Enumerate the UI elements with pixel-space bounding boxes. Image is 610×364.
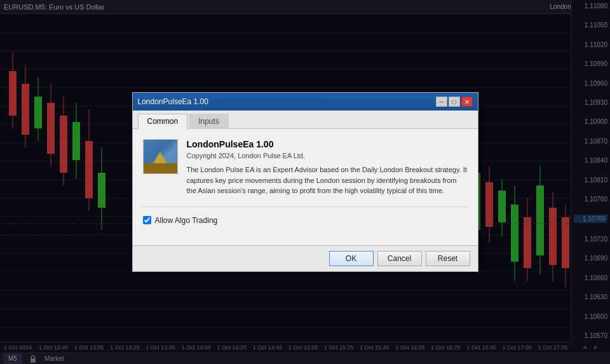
dialog-divider	[143, 206, 468, 207]
dialog-footer: OK Cancel Reset	[133, 245, 478, 271]
close-button[interactable]: ✕	[461, 97, 473, 107]
ea-thumbnail-image	[144, 140, 177, 173]
cancel-button[interactable]: Cancel	[377, 251, 422, 266]
allow-algo-trading-checkbox[interactable]	[143, 216, 151, 224]
dialog-controls: ─ □ ✕	[436, 97, 473, 107]
maximize-button[interactable]: □	[449, 97, 460, 107]
ea-thumbnail	[143, 139, 178, 174]
ea-title: LondonPulseEa 1.00	[187, 139, 468, 149]
reset-button[interactable]: Reset	[426, 251, 470, 266]
dialog-tabs: Common Inputs	[133, 111, 478, 129]
ok-button[interactable]: OK	[329, 251, 374, 266]
algo-trading-row: Allow Algo Trading	[143, 216, 468, 225]
tab-common[interactable]: Common	[138, 114, 188, 129]
modal-overlay: LondonPulseEa 1.00 ─ □ ✕ Common Inputs	[0, 0, 610, 364]
ea-copyright: Copyright 2024, London Pulse EA Ltd.	[187, 152, 468, 159]
expert-advisor-dialog: LondonPulseEa 1.00 ─ □ ✕ Common Inputs	[132, 92, 478, 272]
ea-info: LondonPulseEa 1.00 Copyright 2024, Londo…	[143, 139, 468, 196]
dialog-body: LondonPulseEa 1.00 Copyright 2024, Londo…	[133, 129, 478, 245]
ea-description: The London Pulse EA is an Expert Advisor…	[187, 165, 468, 196]
ea-details: LondonPulseEa 1.00 Copyright 2024, Londo…	[187, 139, 468, 196]
dialog-titlebar: LondonPulseEa 1.00 ─ □ ✕	[133, 93, 478, 111]
tab-inputs[interactable]: Inputs	[189, 114, 229, 129]
dialog-title: LondonPulseEa 1.00	[138, 97, 436, 106]
allow-algo-trading-label: Allow Algo Trading	[155, 216, 218, 225]
minimize-button[interactable]: ─	[436, 97, 447, 107]
